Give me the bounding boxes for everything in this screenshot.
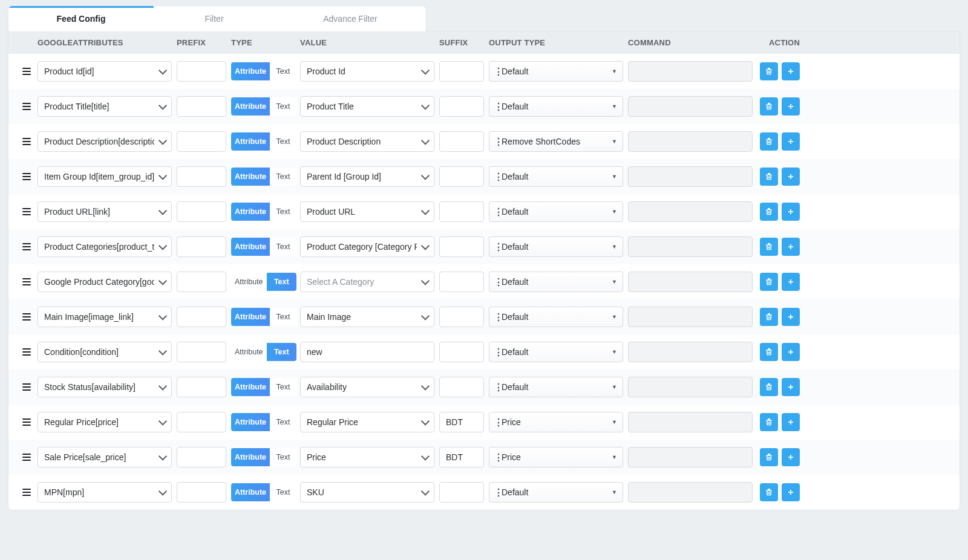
google-attribute-select[interactable]: Main Image[image_link]: [38, 307, 172, 327]
type-text-button[interactable]: Text: [270, 413, 296, 431]
drag-handle[interactable]: [18, 137, 35, 146]
value-select[interactable]: Price: [300, 447, 434, 467]
add-row-button[interactable]: [782, 238, 800, 256]
type-text-button[interactable]: Text: [267, 343, 296, 361]
delete-row-button[interactable]: [760, 97, 778, 116]
google-attribute-select[interactable]: Sale Price[sale_price]: [38, 447, 172, 467]
google-attribute-select[interactable]: Product Description[description]: [38, 131, 172, 152]
suffix-input[interactable]: [439, 96, 484, 117]
value-select[interactable]: Parent Id [Group Id]: [300, 166, 434, 187]
drag-handle[interactable]: [18, 488, 35, 497]
output-type-select[interactable]: Default: [489, 201, 623, 222]
delete-row-button[interactable]: [760, 448, 778, 466]
delete-row-button[interactable]: [760, 168, 778, 186]
command-input[interactable]: [628, 412, 753, 432]
suffix-input[interactable]: [439, 201, 484, 222]
output-type-select[interactable]: Default: [489, 377, 623, 397]
google-attribute-select[interactable]: Item Group Id[item_group_id]: [38, 166, 172, 187]
type-text-button[interactable]: Text: [270, 238, 296, 256]
type-text-button[interactable]: Text: [270, 97, 296, 116]
add-row-button[interactable]: [782, 62, 800, 80]
add-row-button[interactable]: [782, 413, 800, 431]
prefix-input[interactable]: [177, 201, 226, 222]
type-attribute-button[interactable]: Attribute: [231, 203, 270, 221]
google-attribute-select[interactable]: Product URL[link]: [38, 201, 172, 222]
delete-row-button[interactable]: [760, 343, 778, 361]
add-row-button[interactable]: [782, 378, 800, 396]
prefix-input[interactable]: [177, 482, 226, 503]
tab-advance-filter[interactable]: Advance Filter: [275, 6, 426, 31]
output-type-select[interactable]: Default: [489, 272, 623, 292]
output-type-select[interactable]: Default: [489, 342, 623, 362]
google-attribute-select[interactable]: MPN[mpn]: [38, 482, 172, 503]
value-select[interactable]: SKU: [300, 482, 434, 503]
output-type-select[interactable]: Default: [489, 166, 623, 187]
add-row-button[interactable]: [782, 448, 800, 466]
type-attribute-button[interactable]: Attribute: [231, 62, 270, 80]
type-text-button[interactable]: Text: [270, 62, 296, 80]
type-attribute-button[interactable]: Attribute: [231, 97, 270, 116]
output-type-select[interactable]: Default: [489, 61, 623, 82]
drag-handle[interactable]: [18, 278, 35, 286]
delete-row-button[interactable]: [760, 238, 778, 256]
type-attribute-button[interactable]: Attribute: [231, 378, 270, 396]
drag-handle[interactable]: [18, 102, 35, 111]
command-input[interactable]: [628, 307, 753, 327]
drag-handle[interactable]: [18, 418, 35, 426]
command-input[interactable]: [628, 272, 753, 292]
command-input[interactable]: [628, 61, 753, 82]
prefix-input[interactable]: [177, 61, 226, 82]
type-attribute-button[interactable]: Attribute: [231, 168, 270, 186]
value-select[interactable]: Select A Category: [300, 272, 434, 292]
suffix-input[interactable]: [439, 447, 484, 467]
type-attribute-button[interactable]: Attribute: [231, 343, 267, 361]
suffix-input[interactable]: [439, 236, 484, 257]
type-text-button[interactable]: Text: [270, 132, 296, 151]
command-input[interactable]: [628, 377, 753, 397]
delete-row-button[interactable]: [760, 308, 778, 326]
prefix-input[interactable]: [177, 412, 226, 432]
delete-row-button[interactable]: [760, 132, 778, 151]
type-attribute-button[interactable]: Attribute: [231, 273, 267, 291]
suffix-input[interactable]: [439, 131, 484, 152]
type-attribute-button[interactable]: Attribute: [231, 413, 270, 431]
delete-row-button[interactable]: [760, 203, 778, 221]
value-select[interactable]: Product Category [Category Path]: [300, 236, 434, 257]
output-type-select[interactable]: Remove ShortCodes: [489, 131, 623, 152]
suffix-input[interactable]: [439, 412, 484, 432]
drag-handle[interactable]: [18, 348, 35, 356]
type-text-button[interactable]: Text: [270, 308, 296, 326]
google-attribute-select[interactable]: Condition[condition]: [38, 342, 172, 362]
prefix-input[interactable]: [177, 342, 226, 362]
command-input[interactable]: [628, 96, 753, 117]
delete-row-button[interactable]: [760, 273, 778, 291]
prefix-input[interactable]: [177, 131, 226, 152]
output-type-select[interactable]: Default: [489, 482, 623, 503]
value-select[interactable]: Product Description: [300, 131, 434, 152]
add-row-button[interactable]: [782, 132, 800, 151]
output-type-select[interactable]: Default: [489, 96, 623, 117]
type-attribute-button[interactable]: Attribute: [231, 132, 270, 151]
value-select[interactable]: Product Id: [300, 61, 434, 82]
delete-row-button[interactable]: [760, 62, 778, 80]
command-input[interactable]: [628, 166, 753, 187]
prefix-input[interactable]: [177, 377, 226, 397]
add-row-button[interactable]: [782, 168, 800, 186]
type-attribute-button[interactable]: Attribute: [231, 483, 270, 501]
output-type-select[interactable]: Default: [489, 236, 623, 257]
suffix-input[interactable]: [439, 307, 484, 327]
add-row-button[interactable]: [782, 308, 800, 326]
suffix-input[interactable]: [439, 482, 484, 503]
type-attribute-button[interactable]: Attribute: [231, 238, 270, 256]
type-text-button[interactable]: Text: [270, 168, 296, 186]
google-attribute-select[interactable]: Regular Price[price]: [38, 412, 172, 432]
prefix-input[interactable]: [177, 447, 226, 467]
type-text-button[interactable]: Text: [267, 273, 296, 291]
drag-handle[interactable]: [18, 243, 35, 251]
suffix-input[interactable]: [439, 61, 484, 82]
suffix-input[interactable]: [439, 342, 484, 362]
command-input[interactable]: [628, 447, 753, 467]
command-input[interactable]: [628, 201, 753, 222]
drag-handle[interactable]: [18, 172, 35, 181]
add-row-button[interactable]: [782, 343, 800, 361]
